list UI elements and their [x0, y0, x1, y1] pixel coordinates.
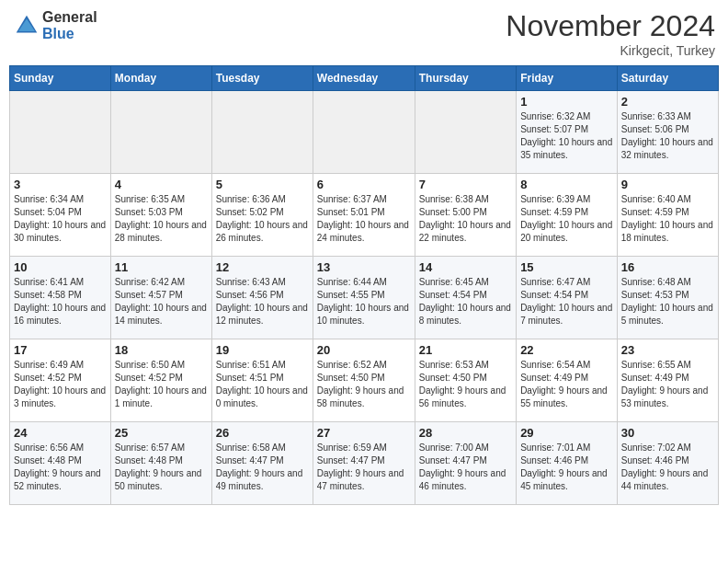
day-info: Sunrise: 6:45 AMSunset: 4:54 PMDaylight:…	[419, 276, 512, 327]
calendar-cell: 18Sunrise: 6:50 AMSunset: 4:52 PMDayligh…	[110, 339, 211, 422]
day-info: Sunrise: 6:49 AMSunset: 4:52 PMDaylight:…	[14, 359, 107, 410]
day-info: Sunrise: 6:47 AMSunset: 4:54 PMDaylight:…	[520, 276, 613, 327]
calendar-cell	[313, 91, 415, 174]
week-row-1: 1Sunrise: 6:32 AMSunset: 5:07 PMDaylight…	[10, 91, 719, 174]
calendar-cell: 5Sunrise: 6:36 AMSunset: 5:02 PMDaylight…	[211, 174, 313, 257]
day-number: 16	[621, 260, 714, 274]
day-of-week-thursday: Thursday	[415, 66, 516, 91]
day-info: Sunrise: 7:01 AMSunset: 4:46 PMDaylight:…	[520, 442, 613, 493]
calendar-cell: 23Sunrise: 6:55 AMSunset: 4:49 PMDayligh…	[617, 339, 718, 422]
calendar-body: 1Sunrise: 6:32 AMSunset: 5:07 PMDaylight…	[10, 91, 719, 505]
day-info: Sunrise: 6:38 AMSunset: 5:00 PMDaylight:…	[419, 193, 512, 245]
day-number: 23	[621, 343, 714, 357]
day-info: Sunrise: 6:57 AMSunset: 4:48 PMDaylight:…	[115, 442, 208, 493]
calendar-table: SundayMondayTuesdayWednesdayThursdayFrid…	[9, 65, 719, 505]
day-info: Sunrise: 6:41 AMSunset: 4:58 PMDaylight:…	[14, 276, 107, 327]
day-number: 29	[520, 426, 613, 440]
calendar-cell: 2Sunrise: 6:33 AMSunset: 5:06 PMDaylight…	[617, 91, 718, 174]
week-row-4: 17Sunrise: 6:49 AMSunset: 4:52 PMDayligh…	[10, 339, 719, 422]
month-title: November 2024	[506, 9, 715, 43]
calendar-cell: 1Sunrise: 6:32 AMSunset: 5:07 PMDaylight…	[517, 91, 618, 174]
page-header: General Blue November 2024 Kirkgecit, Tu…	[9, 9, 719, 58]
day-info: Sunrise: 6:40 AMSunset: 4:59 PMDaylight:…	[621, 193, 714, 245]
logo-icon	[13, 12, 40, 40]
day-number: 24	[14, 426, 107, 440]
week-row-5: 24Sunrise: 6:56 AMSunset: 4:48 PMDayligh…	[10, 422, 719, 505]
logo-blue-text: Blue	[42, 26, 97, 42]
calendar-cell: 28Sunrise: 7:00 AMSunset: 4:47 PMDayligh…	[415, 422, 516, 505]
day-number: 28	[419, 426, 512, 440]
calendar-cell: 26Sunrise: 6:58 AMSunset: 4:47 PMDayligh…	[211, 422, 313, 505]
day-info: Sunrise: 6:56 AMSunset: 4:48 PMDaylight:…	[14, 442, 107, 493]
calendar-cell: 30Sunrise: 7:02 AMSunset: 4:46 PMDayligh…	[617, 422, 718, 505]
day-number: 26	[216, 426, 309, 440]
day-number: 18	[115, 343, 208, 357]
day-number: 21	[419, 343, 512, 357]
day-number: 1	[520, 95, 613, 109]
day-info: Sunrise: 6:54 AMSunset: 4:49 PMDaylight:…	[520, 359, 613, 410]
day-number: 20	[317, 343, 411, 357]
day-number: 5	[216, 178, 309, 191]
day-of-week-friday: Friday	[517, 66, 618, 91]
day-info: Sunrise: 7:00 AMSunset: 4:47 PMDaylight:…	[419, 442, 512, 493]
calendar-cell: 29Sunrise: 7:01 AMSunset: 4:46 PMDayligh…	[517, 422, 618, 505]
calendar-cell	[110, 91, 211, 174]
day-number: 12	[216, 260, 309, 274]
location-subtitle: Kirkgecit, Turkey	[506, 43, 715, 58]
calendar-cell: 10Sunrise: 6:41 AMSunset: 4:58 PMDayligh…	[10, 257, 111, 339]
day-info: Sunrise: 6:55 AMSunset: 4:49 PMDaylight:…	[621, 359, 714, 410]
day-number: 2	[621, 95, 714, 109]
calendar-cell: 13Sunrise: 6:44 AMSunset: 4:55 PMDayligh…	[313, 257, 415, 339]
calendar-cell: 21Sunrise: 6:53 AMSunset: 4:50 PMDayligh…	[415, 339, 516, 422]
title-block: November 2024 Kirkgecit, Turkey	[506, 9, 715, 58]
day-number: 9	[621, 178, 714, 191]
day-of-week-saturday: Saturday	[617, 66, 718, 91]
calendar-cell: 9Sunrise: 6:40 AMSunset: 4:59 PMDaylight…	[617, 174, 718, 257]
day-number: 8	[520, 178, 613, 191]
calendar-cell: 8Sunrise: 6:39 AMSunset: 4:59 PMDaylight…	[517, 174, 618, 257]
logo-general-text: General	[42, 9, 97, 26]
day-of-week-monday: Monday	[110, 66, 211, 91]
day-info: Sunrise: 6:52 AMSunset: 4:50 PMDaylight:…	[317, 359, 411, 410]
day-info: Sunrise: 6:32 AMSunset: 5:07 PMDaylight:…	[520, 110, 613, 162]
header-row: SundayMondayTuesdayWednesdayThursdayFrid…	[10, 66, 719, 91]
day-info: Sunrise: 6:39 AMSunset: 4:59 PMDaylight:…	[520, 193, 613, 245]
calendar-cell	[415, 91, 516, 174]
day-of-week-wednesday: Wednesday	[313, 66, 415, 91]
day-number: 19	[216, 343, 309, 357]
logo: General Blue	[13, 9, 97, 41]
calendar-cell: 7Sunrise: 6:38 AMSunset: 5:00 PMDaylight…	[415, 174, 516, 257]
calendar-cell: 15Sunrise: 6:47 AMSunset: 4:54 PMDayligh…	[517, 257, 618, 339]
day-info: Sunrise: 6:37 AMSunset: 5:01 PMDaylight:…	[317, 193, 411, 245]
day-of-week-tuesday: Tuesday	[211, 66, 313, 91]
calendar-cell: 20Sunrise: 6:52 AMSunset: 4:50 PMDayligh…	[313, 339, 415, 422]
logo-text: General Blue	[42, 9, 97, 41]
day-info: Sunrise: 6:50 AMSunset: 4:52 PMDaylight:…	[115, 359, 208, 410]
calendar-cell: 3Sunrise: 6:34 AMSunset: 5:04 PMDaylight…	[10, 174, 111, 257]
week-row-2: 3Sunrise: 6:34 AMSunset: 5:04 PMDaylight…	[10, 174, 719, 257]
day-info: Sunrise: 6:36 AMSunset: 5:02 PMDaylight:…	[216, 193, 309, 245]
day-number: 22	[520, 343, 613, 357]
day-number: 15	[520, 260, 613, 274]
day-number: 25	[115, 426, 208, 440]
day-info: Sunrise: 6:34 AMSunset: 5:04 PMDaylight:…	[14, 193, 107, 245]
calendar-cell: 19Sunrise: 6:51 AMSunset: 4:51 PMDayligh…	[211, 339, 313, 422]
day-number: 4	[115, 178, 208, 191]
calendar-cell: 4Sunrise: 6:35 AMSunset: 5:03 PMDaylight…	[110, 174, 211, 257]
day-info: Sunrise: 6:48 AMSunset: 4:53 PMDaylight:…	[621, 276, 714, 327]
day-info: Sunrise: 6:59 AMSunset: 4:47 PMDaylight:…	[317, 442, 411, 493]
day-number: 6	[317, 178, 411, 191]
calendar-cell: 14Sunrise: 6:45 AMSunset: 4:54 PMDayligh…	[415, 257, 516, 339]
day-number: 7	[419, 178, 512, 191]
day-number: 14	[419, 260, 512, 274]
calendar-cell: 17Sunrise: 6:49 AMSunset: 4:52 PMDayligh…	[10, 339, 111, 422]
day-of-week-sunday: Sunday	[10, 66, 111, 91]
day-info: Sunrise: 6:51 AMSunset: 4:51 PMDaylight:…	[216, 359, 309, 410]
day-info: Sunrise: 6:58 AMSunset: 4:47 PMDaylight:…	[216, 442, 309, 493]
calendar-cell: 27Sunrise: 6:59 AMSunset: 4:47 PMDayligh…	[313, 422, 415, 505]
week-row-3: 10Sunrise: 6:41 AMSunset: 4:58 PMDayligh…	[10, 257, 719, 339]
day-info: Sunrise: 6:35 AMSunset: 5:03 PMDaylight:…	[115, 193, 208, 245]
day-number: 11	[115, 260, 208, 274]
calendar-cell: 11Sunrise: 6:42 AMSunset: 4:57 PMDayligh…	[110, 257, 211, 339]
day-number: 3	[14, 178, 107, 191]
